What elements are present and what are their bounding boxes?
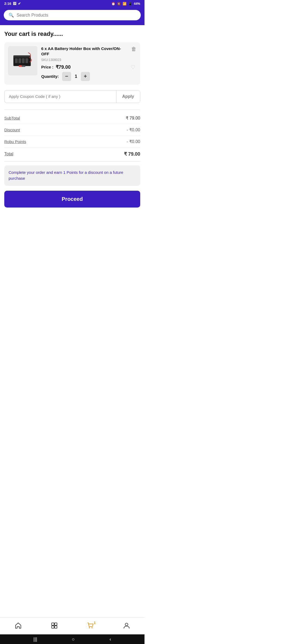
quantity-increase-button[interactable]: + xyxy=(81,72,90,81)
search-input[interactable] xyxy=(17,13,136,18)
coupon-apply-button[interactable]: Apply xyxy=(116,90,140,103)
product-sku: SKU:1308023 xyxy=(41,58,136,62)
header: 🔍 xyxy=(0,7,144,25)
discount-row: Discount - ₹0.00 xyxy=(4,124,140,136)
quantity-value: 1 xyxy=(71,74,81,79)
coupon-input[interactable] xyxy=(5,90,116,103)
divider-bottom xyxy=(4,161,140,162)
product-card: 6 x AA Battery Holder Box with Cover/ON-… xyxy=(4,42,140,85)
subtotal-row: SubTotal ₹ 79.00 xyxy=(4,112,140,124)
subtotal-label: SubTotal xyxy=(4,116,20,120)
quantity-label: Quantity: xyxy=(41,74,59,79)
status-right: ⏰ 🔇 📶 📱 44% xyxy=(111,2,140,6)
signal-icon: 📱 xyxy=(128,2,132,6)
search-bar[interactable]: 🔍 xyxy=(4,10,141,20)
quantity-row: Quantity: − 1 + xyxy=(41,72,136,81)
main-content: Your cart is ready...... xyxy=(0,25,144,261)
robu-points-value: - ₹0.00 xyxy=(127,139,140,144)
price-value: ₹79.00 xyxy=(56,64,71,70)
photo-icon: 🖼 xyxy=(13,2,16,6)
status-bar: 2:16 🖼 ✔ ⏰ 🔇 📶 📱 44% xyxy=(0,0,144,7)
time: 2:16 xyxy=(4,2,11,6)
robu-points-row: Robu Points - ₹0.00 xyxy=(4,136,140,148)
battery: 44% xyxy=(134,2,140,6)
total-label: Total xyxy=(4,152,13,156)
svg-rect-3 xyxy=(15,58,18,63)
page-title: Your cart is ready...... xyxy=(4,30,140,37)
coupon-row: Apply xyxy=(4,90,140,103)
subtotal-value: ₹ 79.00 xyxy=(126,116,140,121)
alarm-icon: ⏰ xyxy=(111,2,115,6)
product-image-svg xyxy=(11,49,35,73)
robu-points-label: Robu Points xyxy=(4,139,26,144)
discount-value: - ₹0.00 xyxy=(127,127,140,132)
discount-label: Discount xyxy=(4,128,20,132)
product-image xyxy=(8,46,37,75)
svg-rect-6 xyxy=(25,58,28,63)
wifi-icon: 📶 xyxy=(123,2,127,6)
product-name: 6 x AA Battery Holder Box with Cover/ON-… xyxy=(41,46,136,57)
delete-button[interactable]: 🗑 xyxy=(131,46,136,52)
total-value: ₹ 79.00 xyxy=(124,151,140,157)
mute-icon: 🔇 xyxy=(117,2,121,6)
check-icon: ✔ xyxy=(18,2,21,6)
svg-rect-2 xyxy=(13,55,31,57)
status-left: 2:16 🖼 ✔ xyxy=(4,2,21,6)
proceed-button[interactable]: Proceed xyxy=(4,191,140,208)
svg-rect-8 xyxy=(19,65,22,67)
points-notice-text: Complete your order and earn 1 Points fo… xyxy=(9,170,123,181)
price-label: Price : xyxy=(41,65,54,69)
svg-rect-5 xyxy=(22,58,25,63)
wishlist-button[interactable]: ♡ xyxy=(130,64,136,70)
total-row: Total ₹ 79.00 xyxy=(4,148,140,160)
divider-top xyxy=(4,109,140,110)
search-icon: 🔍 xyxy=(9,13,14,18)
svg-rect-4 xyxy=(18,58,21,63)
price-row: Price : ₹79.00 ♡ xyxy=(41,64,136,70)
product-info: 6 x AA Battery Holder Box with Cover/ON-… xyxy=(41,46,136,81)
points-notice: Complete your order and earn 1 Points fo… xyxy=(4,165,140,186)
quantity-decrease-button[interactable]: − xyxy=(62,72,71,81)
